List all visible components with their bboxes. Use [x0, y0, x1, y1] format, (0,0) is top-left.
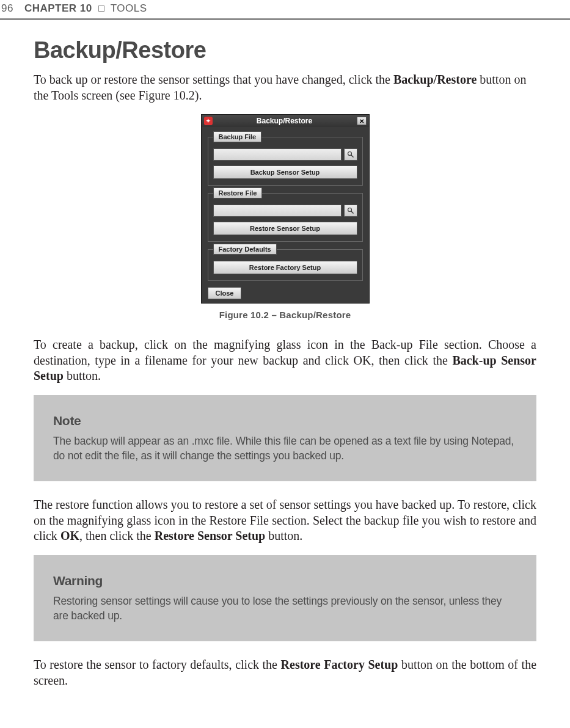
restore-browse-button[interactable]	[344, 205, 357, 217]
intro-pre: To back up or restore the sensor setting…	[34, 73, 393, 86]
dialog-titlebar: ✦ Backup/Restore ✕	[202, 115, 369, 127]
restore-paragraph: The restore function allows you to resto…	[34, 497, 536, 544]
figure-caption: Figure 10.2 – Backup/Restore	[34, 310, 536, 320]
backup-file-label: Backup File	[213, 131, 262, 142]
dialog-close-text-button[interactable]: Close	[208, 287, 242, 299]
dialog-body: Backup File Backup Sensor Setup Restore …	[202, 127, 369, 303]
note-body: The backup will appear as an .mxc file. …	[53, 434, 517, 463]
svg-line-1	[351, 155, 353, 158]
note-title: Note	[53, 413, 517, 428]
backup-file-group: Backup File Backup Sensor Setup	[208, 137, 363, 186]
figure-wrap: ✦ Backup/Restore ✕ Backup File Backup Se…	[34, 114, 536, 304]
backup-restore-dialog: ✦ Backup/Restore ✕ Backup File Backup Se…	[201, 114, 370, 304]
create-backup-paragraph: To create a backup, click on the magnify…	[34, 337, 536, 384]
backup-sensor-setup-button[interactable]: Backup Sensor Setup	[213, 166, 357, 179]
factory-defaults-group: Factory Defaults Restore Factory Setup	[208, 249, 363, 281]
restore-file-row	[213, 205, 357, 217]
factory-paragraph: To restore the sensor to factory default…	[34, 657, 536, 688]
chapter-label: CHAPTER 10	[24, 2, 92, 14]
para3-bold2: Restore Sensor Setup	[155, 529, 265, 542]
app-icon: ✦	[204, 117, 213, 125]
intro-bold: Backup/Restore	[393, 73, 477, 86]
restore-file-group: Restore File Restore Sensor Setup	[208, 193, 363, 242]
svg-line-3	[351, 211, 353, 214]
backup-browse-button[interactable]	[344, 148, 357, 161]
factory-defaults-label: Factory Defaults	[213, 244, 277, 255]
warning-callout: Warning Restoring sensor settings will c…	[34, 555, 536, 641]
para2-post: button.	[64, 369, 101, 382]
dialog-close-button[interactable]: ✕	[357, 117, 367, 125]
square-separator-icon	[98, 5, 104, 12]
warning-body: Restoring sensor settings will cause you…	[53, 594, 517, 623]
note-callout: Note The backup will appear as an .mxc f…	[34, 395, 536, 481]
para3-bold1: OK	[60, 529, 79, 542]
warning-title: Warning	[53, 573, 517, 588]
page-header: 96 CHAPTER 10 TOOLS	[0, 0, 570, 20]
backup-file-row	[213, 148, 357, 161]
page-title: Backup/Restore	[34, 37, 536, 64]
magnifier-icon	[347, 151, 354, 158]
section-label: TOOLS	[111, 2, 147, 14]
svg-point-2	[348, 208, 351, 212]
magnifier-icon	[347, 207, 354, 214]
dialog-title: Backup/Restore	[216, 117, 353, 125]
restore-file-label: Restore File	[213, 187, 263, 198]
para3-mid: , then click the	[79, 529, 155, 542]
para3-post: button.	[265, 529, 302, 542]
chapter-line: CHAPTER 10 TOOLS	[24, 2, 147, 15]
restore-factory-setup-button[interactable]: Restore Factory Setup	[213, 261, 357, 274]
para4-pre: To restore the sensor to factory default…	[34, 658, 281, 671]
para4-bold: Restore Factory Setup	[281, 658, 398, 671]
restore-sensor-setup-button[interactable]: Restore Sensor Setup	[213, 222, 357, 235]
intro-paragraph: To back up or restore the sensor setting…	[34, 72, 536, 103]
page-number: 96	[1, 2, 13, 15]
restore-file-input[interactable]	[213, 205, 342, 217]
backup-file-input[interactable]	[213, 148, 342, 161]
svg-point-0	[348, 152, 351, 156]
page-content: Backup/Restore To back up or restore the…	[0, 37, 570, 718]
